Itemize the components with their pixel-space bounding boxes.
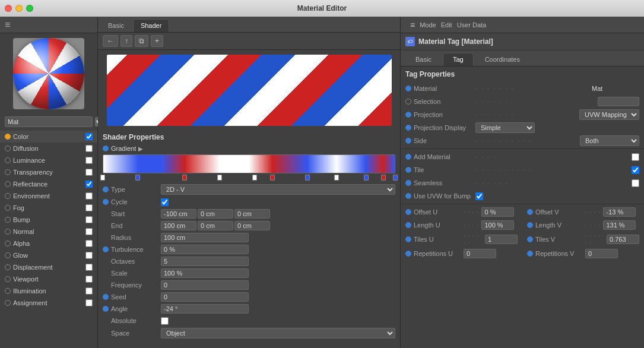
repetitions-v-input[interactable] (585, 249, 618, 258)
right-tab-basic[interactable]: Basic (405, 53, 442, 66)
gradient-bar[interactable] (103, 154, 395, 173)
channel-item-alpha[interactable]: Alpha (0, 238, 97, 249)
channel-item-reflectance[interactable]: Reflectance (0, 178, 97, 190)
channel-checkbox-fog[interactable] (85, 204, 93, 211)
space-select[interactable]: ObjectWorld (161, 328, 395, 338)
scale-input[interactable] (161, 268, 249, 278)
mat-name-input[interactable] (5, 116, 93, 127)
seed-input[interactable] (161, 292, 249, 302)
channel-item-assignment[interactable]: Assignment (0, 297, 97, 309)
channel-item-glow[interactable]: Glow (0, 249, 97, 261)
channel-checkbox-reflectance[interactable] (85, 181, 93, 188)
channel-checkbox-alpha[interactable] (85, 240, 93, 247)
gradient-handle-4[interactable] (252, 175, 257, 181)
nav-copy-button[interactable]: ⧉ (135, 35, 148, 47)
gradient-bar-container[interactable] (103, 154, 395, 182)
gradient-handle-2[interactable] (182, 175, 187, 181)
offset-u-input[interactable] (481, 207, 514, 217)
length-u-input[interactable] (481, 220, 514, 230)
channel-checkbox-glow[interactable] (85, 252, 93, 259)
right-tab-tag[interactable]: Tag (443, 53, 474, 66)
gradient-handle-1[interactable] (135, 175, 140, 181)
selection-input[interactable] (598, 97, 639, 106)
channel-item-fog[interactable]: Fog (0, 202, 97, 214)
hamburger-right-icon[interactable]: ≡ (410, 20, 415, 30)
channel-checkbox-diffusion[interactable] (85, 145, 93, 152)
uvw-bump-checkbox[interactable] (475, 192, 483, 200)
channel-item-diffusion[interactable]: Diffusion (0, 143, 97, 154)
tiles-u-input[interactable] (485, 235, 518, 244)
channel-item-luminance[interactable]: Luminance (0, 154, 97, 166)
channel-checkbox-assignment[interactable] (85, 299, 93, 306)
maximize-button[interactable] (26, 5, 33, 12)
channel-item-color[interactable]: Color (0, 131, 97, 143)
gradient-handle-8[interactable] (364, 175, 369, 181)
seamless-checkbox[interactable] (632, 179, 639, 187)
channel-item-environment[interactable]: Environment (0, 190, 97, 202)
channel-item-transparency[interactable]: Transparency (0, 166, 97, 178)
channel-item-viewport[interactable]: Viewport (0, 273, 97, 285)
mode-menu[interactable]: Mode (420, 21, 436, 29)
channel-item-illumination[interactable]: Illumination (0, 285, 97, 297)
gradient-handle-7[interactable] (334, 175, 339, 181)
nav-add-button[interactable]: + (151, 35, 163, 47)
repetitions-u-input[interactable] (464, 249, 496, 258)
edit-menu[interactable]: Edit (441, 21, 452, 29)
start-y-input[interactable] (198, 209, 233, 219)
channel-checkbox-luminance[interactable] (85, 157, 93, 164)
gradient-handle-3[interactable] (217, 175, 222, 181)
minimize-button[interactable] (15, 5, 23, 12)
absolute-checkbox[interactable] (161, 317, 169, 325)
window-controls[interactable] (5, 5, 33, 12)
length-v-input[interactable] (603, 220, 636, 230)
start-z-input[interactable] (234, 209, 270, 219)
nav-up-button[interactable]: ↑ (120, 35, 132, 47)
channel-item-bump[interactable]: Bump (0, 214, 97, 226)
channel-checkbox-displacement[interactable] (85, 264, 93, 271)
radius-label: Radius (111, 234, 158, 241)
gradient-handle-0[interactable] (100, 175, 105, 181)
channel-checkbox-viewport[interactable] (85, 276, 93, 283)
channel-checkbox-transparency[interactable] (85, 169, 93, 176)
gradient-handle-5[interactable] (270, 175, 275, 181)
start-x-input[interactable] (161, 209, 196, 219)
type-select[interactable]: 2D - V2D - U3D (161, 184, 395, 195)
channel-label-reflectance: Reflectance (13, 181, 83, 188)
radius-input[interactable] (161, 233, 249, 242)
projection-display-select[interactable]: SimpleBothNone (475, 122, 535, 133)
channel-checkbox-normal[interactable] (85, 228, 93, 235)
gradient-handle-10[interactable] (393, 175, 398, 181)
side-select[interactable]: BothFrontBack (580, 135, 639, 146)
tab-basic[interactable]: Basic (100, 19, 132, 32)
gradient-handle-9[interactable] (381, 175, 386, 181)
nav-back-button[interactable]: ← (103, 35, 118, 47)
offset-v-input[interactable] (603, 207, 636, 217)
tiles-v-input[interactable] (607, 235, 639, 244)
channel-item-displacement[interactable]: Displacement (0, 261, 97, 273)
close-button[interactable] (5, 5, 12, 12)
right-tab-coordinates[interactable]: Coordinates (475, 53, 530, 66)
end-y-input[interactable] (198, 221, 233, 230)
channel-checkbox-illumination[interactable] (85, 287, 93, 295)
tab-shader[interactable]: Shader (133, 19, 169, 32)
channel-checkbox-environment[interactable] (85, 192, 93, 200)
angle-input[interactable] (161, 304, 249, 314)
add-material-checkbox[interactable] (632, 153, 639, 161)
gradient-handle-6[interactable] (305, 175, 310, 181)
channel-checkbox-bump[interactable] (85, 216, 93, 223)
channel-item-normal[interactable]: Normal (0, 226, 97, 238)
user-data-menu[interactable]: User Data (457, 21, 487, 29)
frequency-input[interactable] (161, 280, 249, 290)
tile-checkbox[interactable] (632, 166, 639, 174)
turbulence-input[interactable] (161, 245, 249, 254)
tiles-u-dot (405, 236, 411, 242)
hamburger-icon[interactable]: ≡ (5, 20, 10, 30)
end-z-input[interactable] (234, 221, 270, 230)
cycle-checkbox[interactable] (161, 198, 169, 206)
angle-dot (103, 306, 109, 312)
channel-list: ColorDiffusionLuminanceTransparencyRefle… (0, 129, 97, 348)
projection-select[interactable]: UVW MappingFlatCubicSpherical (579, 109, 639, 120)
end-x-input[interactable] (161, 221, 196, 230)
channel-checkbox-color[interactable] (85, 133, 93, 140)
octaves-input[interactable] (161, 257, 249, 266)
